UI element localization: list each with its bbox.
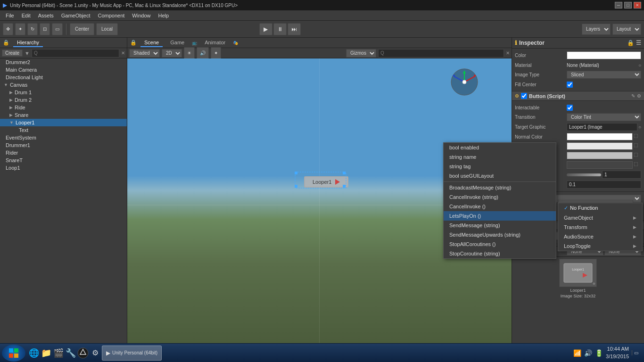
layout-select[interactable]: Layout [612, 24, 641, 35]
submenu-item-gameobject[interactable]: GameObject▶ [558, 213, 642, 222]
tool-move[interactable]: ✦ [15, 23, 25, 35]
taskbar-folder-icon[interactable]: 📁 [41, 347, 52, 359]
component-edit-icon[interactable]: ✎ [631, 93, 635, 99]
target-graphic-circle-icon[interactable]: ○ [638, 124, 641, 130]
taskbar-unity-icon[interactable] [77, 347, 89, 359]
hierarchy-item-rider[interactable]: Rider [0, 149, 127, 156]
dropdown-item-string-name[interactable]: string name [444, 152, 556, 162]
hierarchy-item-snare[interactable]: ▶Snare [0, 111, 127, 119]
dropdown-item-string-tag[interactable]: string tag [444, 162, 556, 171]
menu-help[interactable]: Help [154, 12, 173, 19]
submenu-item-audiosource[interactable]: AudioSource▶ [558, 232, 642, 241]
dropdown-item-sendmessageupwards[interactable]: SendMessageUpwards (string) [444, 230, 556, 239]
dropdown-item-cancelinvoke-string[interactable]: CancelInvoke (string) [444, 192, 556, 202]
tool-rect[interactable]: ▭ [52, 23, 63, 35]
dropdown-item-bool-useguilayout[interactable]: bool useGUILayout [444, 171, 556, 181]
taskbar-unity-app[interactable]: ▶ Unity Personal (64bit) [102, 346, 162, 361]
tool-hand[interactable]: ✥ [3, 23, 13, 35]
normal-color-swatch[interactable] [567, 133, 633, 140]
hierarchy-item-loop1[interactable]: Loop1 [0, 164, 127, 172]
highlighted-color-swatch[interactable] [567, 142, 633, 150]
fill-center-checkbox[interactable] [567, 82, 573, 88]
close-button[interactable]: ✕ [634, 2, 641, 8]
2d-select[interactable]: 2D [162, 49, 182, 58]
play-button[interactable]: ▶ [259, 23, 272, 35]
dropdown-item-stopallcoroutines[interactable]: StopAllCoroutines () [444, 239, 556, 249]
inspector-menu-icon[interactable]: ☰ [636, 40, 641, 46]
dropdown-item-sendmessage[interactable]: SendMessage (string) [444, 221, 556, 230]
submenu-item-no-function[interactable]: ✓No Function [558, 203, 642, 213]
layers-select[interactable]: Layers [582, 24, 611, 35]
menu-gameobject[interactable]: GameObject [58, 12, 94, 19]
component-menu-icon[interactable]: ⚙ [637, 93, 641, 99]
menu-file[interactable]: File [2, 12, 18, 19]
taskbar-tool1-icon[interactable]: 🔧 [65, 347, 76, 359]
scene-search-clear[interactable]: ✕ [506, 50, 510, 56]
button-script-enable-checkbox[interactable] [521, 93, 527, 99]
hierarchy-item-drummer1[interactable]: Drummer1 [0, 141, 127, 149]
hierarchy-create-button[interactable]: Create [2, 49, 23, 57]
menu-assets[interactable]: Assets [34, 12, 58, 19]
transition-select[interactable]: Color Tint [567, 113, 641, 121]
hierarchy-item-maincamera[interactable]: Main Camera [0, 66, 127, 74]
step-button[interactable]: ⏭ [288, 23, 301, 35]
highlighted-color-eyedropper-icon[interactable]: ⬚ [634, 142, 641, 150]
hierarchy-item-looper1[interactable]: ▼Looper1 [0, 119, 127, 126]
center-button[interactable]: Center [70, 23, 94, 35]
taskbar-settings-icon[interactable]: ⚙ [90, 347, 101, 359]
tool-rotate[interactable]: ↻ [27, 23, 38, 35]
scene-search-input[interactable] [378, 49, 504, 58]
tool-scale[interactable]: ⊡ [40, 23, 50, 35]
dropdown-item-broadcast[interactable]: BroadcastMessage (string) [444, 183, 556, 192]
start-button[interactable] [2, 345, 25, 362]
maximize-button[interactable]: □ [624, 2, 632, 8]
tab-game[interactable]: Game [166, 39, 188, 47]
looper1-button[interactable]: Looper1 [304, 176, 348, 188]
taskbar-media-icon[interactable]: 🎬 [53, 347, 64, 359]
minimize-button[interactable]: ─ [615, 2, 622, 8]
fade-duration-input[interactable] [567, 181, 641, 189]
dropdown-item-cancelinvoke[interactable]: CancelInvoke () [444, 202, 556, 211]
multiplier-input[interactable] [602, 171, 641, 179]
button-script-header[interactable]: ⚙ Button (Script) ✎ ⚙ [512, 91, 644, 101]
target-graphic-input[interactable] [567, 123, 637, 131]
hierarchy-item-eventsystem[interactable]: EventSystem [0, 134, 127, 141]
scene-effects-button[interactable]: ✦ [211, 47, 221, 59]
menu-edit[interactable]: Edit [18, 12, 34, 19]
hierarchy-item-ride[interactable]: ▶Ride [0, 104, 127, 111]
menu-window[interactable]: Window [128, 12, 154, 19]
tab-hierarchy[interactable]: Hierarchy [13, 39, 43, 47]
inspector-lock-icon[interactable]: 🔒 [627, 40, 634, 46]
hierarchy-item-directionallight[interactable]: Directional Light [0, 74, 127, 81]
hierarchy-item-drum2[interactable]: ▶Drum 2 [0, 96, 127, 104]
menu-component[interactable]: Component [94, 12, 128, 19]
hierarchy-search-input[interactable] [32, 49, 119, 58]
hierarchy-item-drummer2[interactable]: Drummer2 [0, 58, 127, 66]
dropdown-item-letsplayon[interactable]: LetsPlayOn () [444, 211, 556, 221]
shaded-select[interactable]: Shaded [129, 49, 160, 58]
dropdown-item-stopcoroutine[interactable]: StopCoroutine (string) [444, 249, 556, 258]
tab-scene[interactable]: Scene [140, 39, 163, 47]
disabled-color-swatch[interactable] [567, 161, 633, 169]
disabled-color-eyedropper-icon[interactable]: ⬚ [634, 161, 641, 169]
submenu-item-transform[interactable]: Transform▶ [558, 222, 642, 232]
scene-lighting-button[interactable]: ☀ [184, 47, 195, 59]
taskbar-ie-icon[interactable]: 🌐 [28, 347, 40, 359]
image-type-select[interactable]: Sliced [567, 71, 641, 79]
pressed-color-swatch[interactable] [567, 152, 633, 159]
tab-animator[interactable]: Animator [201, 39, 229, 47]
hierarchy-item-canvas[interactable]: ▼Canvas [0, 81, 127, 89]
dropdown-item-bool-enabled[interactable]: bool enabled [444, 143, 556, 152]
show-desktop-icon[interactable]: ▭ [632, 350, 638, 355]
pressed-color-eyedropper-icon[interactable]: ⬚ [634, 152, 641, 159]
local-button[interactable]: Local [96, 23, 118, 35]
hierarchy-item-drum1[interactable]: ▶Drum 1 [0, 89, 127, 96]
pause-button[interactable]: ⏸ [273, 23, 287, 35]
taskbar-datetime[interactable]: 10:44 AM 3/19/2015 [606, 346, 629, 360]
color-swatch[interactable] [567, 51, 641, 59]
material-circle-icon[interactable]: ○ [638, 63, 641, 68]
gizmos-select[interactable]: Gizmos [346, 49, 376, 58]
interactable-checkbox[interactable] [567, 105, 573, 111]
submenu-item-looptoggle[interactable]: LoopToggle▶ [558, 241, 642, 251]
normal-color-eyedropper-icon[interactable]: ⬚ [634, 133, 641, 140]
